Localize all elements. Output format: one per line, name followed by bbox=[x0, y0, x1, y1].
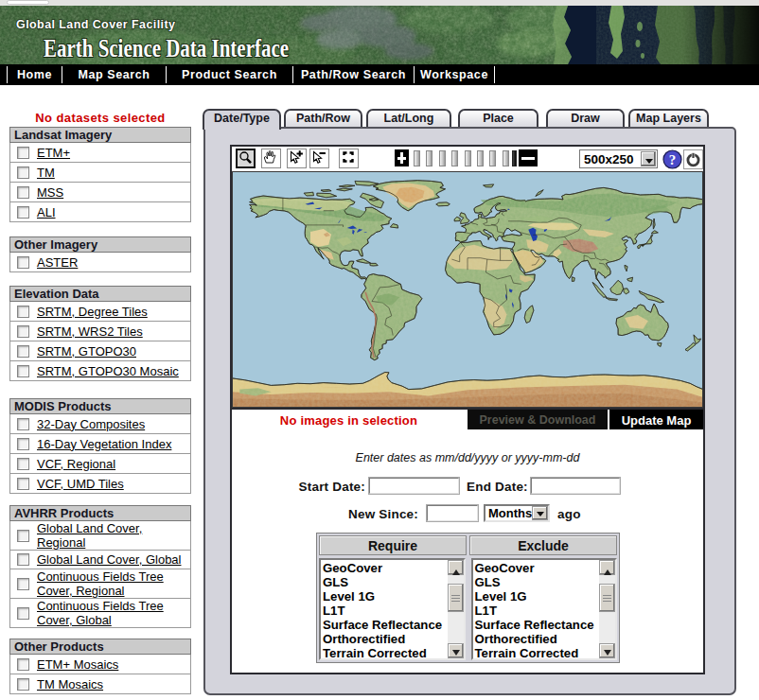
svg-text:Global Land Cover Facility: Global Land Cover Facility bbox=[16, 18, 175, 31]
svg-text:Earth Science Data Interface: Earth Science Data Interface bbox=[44, 34, 289, 62]
svg-text:?: ? bbox=[669, 152, 677, 167]
